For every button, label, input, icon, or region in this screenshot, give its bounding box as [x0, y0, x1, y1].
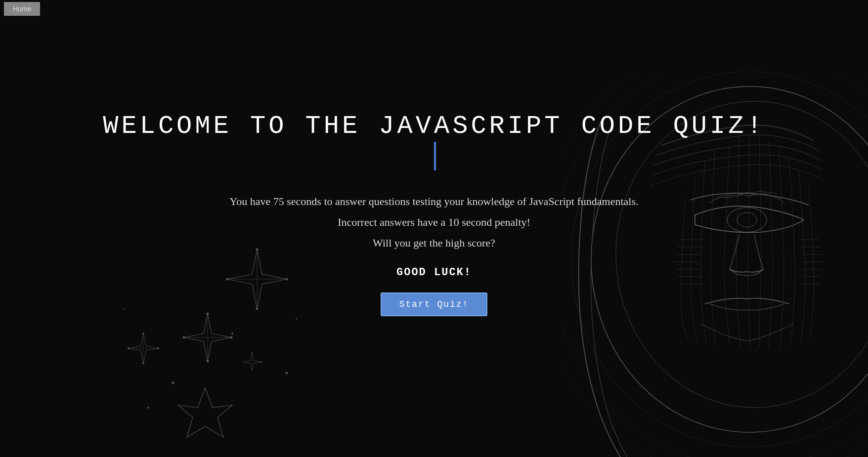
main-content: WELCOME TO THE JAVASCRIPT CODE QUIZ! You…	[0, 0, 868, 457]
start-quiz-button[interactable]: Start Quiz!	[381, 292, 488, 316]
navbar: Home	[0, 0, 868, 18]
home-link[interactable]: Home	[4, 2, 40, 16]
description-line2: Incorrect answers have a 10 second penal…	[230, 216, 639, 229]
description-line3: Will you get the high score?	[230, 237, 639, 249]
description-line1: You have 75 seconds to answer questions …	[230, 195, 639, 208]
description-block: You have 75 seconds to answer questions …	[230, 195, 639, 257]
page-title: WELCOME TO THE JAVASCRIPT CODE QUIZ!	[103, 111, 765, 142]
good-luck-text: GOOD LUCK!	[396, 266, 472, 279]
title-cursor	[434, 142, 436, 170]
title-container: WELCOME TO THE JAVASCRIPT CODE QUIZ!	[103, 111, 765, 170]
